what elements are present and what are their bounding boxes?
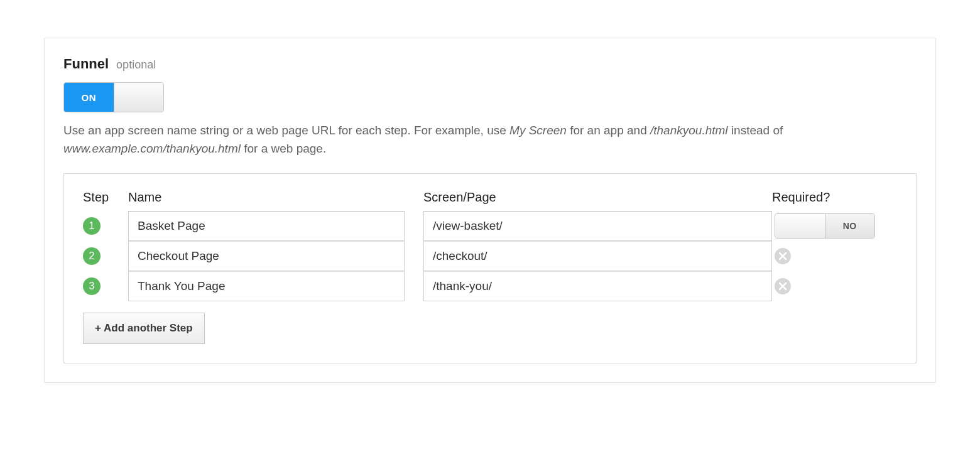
funnel-title-row: Funnel optional [63,56,917,72]
desc-example-path: /thankyou.html [650,124,728,137]
required-toggle-blank [775,214,825,238]
add-step-button[interactable]: + Add another Step [83,313,205,344]
header-screen: Screen/Page [423,190,772,211]
step-number-cell: 2 [83,241,128,271]
step-name-input[interactable] [128,241,405,271]
step-screen-input[interactable] [423,271,772,301]
step-screen-input[interactable] [423,211,772,241]
delete-step-button[interactable] [775,278,791,294]
desc-text: for a web page. [241,142,326,155]
funnel-panel: Funnel optional ON Use an app screen nam… [44,38,936,383]
desc-text: for an app and [567,124,650,137]
header-name: Name [128,190,405,211]
step-required-cell [772,271,879,301]
funnel-description: Use an app screen name string or a web p… [63,121,917,158]
step-number-cell: 3 [83,271,128,301]
funnel-steps-grid: Step Name Screen/Page Required? 1 NO 2 [83,190,897,301]
step-number-cell: 1 [83,211,128,241]
step-screen-input[interactable] [423,241,772,271]
step-required-toggle[interactable]: NO [775,213,875,239]
desc-text: instead of [728,124,783,137]
delete-step-button[interactable] [775,248,791,264]
desc-text: Use an app screen name string or a web p… [63,124,509,137]
header-step: Step [83,190,128,211]
funnel-toggle-off [114,83,164,112]
funnel-title: Funnel [63,56,109,72]
step-number-badge: 2 [83,247,101,265]
step-name-input[interactable] [128,211,405,241]
step-number-badge: 3 [83,277,101,295]
step-required-cell: NO [772,211,879,241]
step-required-cell [772,241,879,271]
close-icon [779,252,787,260]
funnel-subtitle: optional [116,58,156,72]
required-toggle-no: NO [825,214,875,238]
step-name-input[interactable] [128,271,405,301]
header-required: Required? [772,190,879,211]
desc-example-app: My Screen [509,124,567,137]
close-icon [779,282,787,290]
funnel-steps-box: Step Name Screen/Page Required? 1 NO 2 [63,173,917,363]
funnel-toggle-on: ON [64,83,114,112]
step-number-badge: 1 [83,217,101,235]
funnel-toggle[interactable]: ON [63,82,164,112]
desc-example-url: www.example.com/thankyou.html [63,142,241,155]
